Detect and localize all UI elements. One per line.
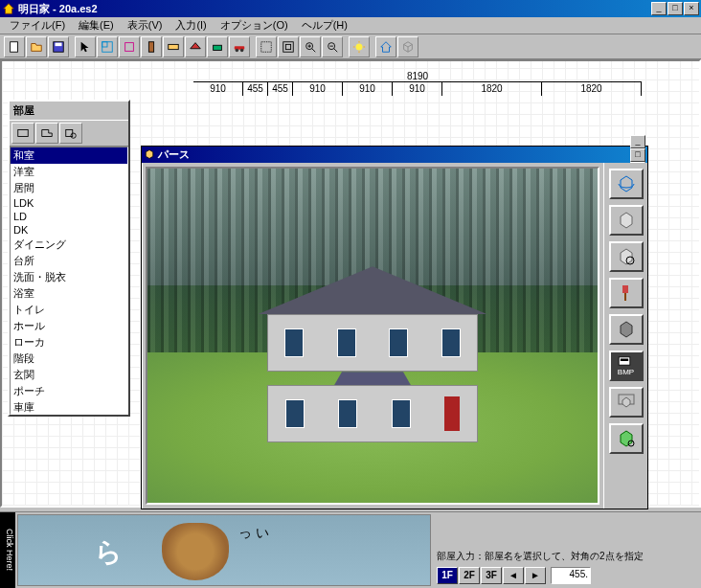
roof-tool-icon[interactable]	[185, 36, 206, 57]
svg-marker-29	[381, 41, 392, 52]
room-list-item[interactable]: 洋室	[11, 164, 127, 180]
status-info: 部屋入力：部屋名を選択して、対角の2点を指定 1F 2F 3F ◄ ► 455.	[433, 512, 701, 588]
room-inspect-tool-icon[interactable]	[59, 123, 82, 144]
furniture-tool-icon[interactable]	[207, 36, 228, 57]
main-toolbar	[0, 34, 701, 59]
perspective-minimize-button[interactable]: _	[630, 135, 645, 148]
render-icon[interactable]	[609, 423, 644, 454]
room-list-item[interactable]: トイレ	[11, 302, 127, 318]
ruler-segment: 1820	[542, 82, 642, 96]
room-list-item[interactable]: ホール	[11, 318, 127, 334]
svg-rect-1	[11, 41, 18, 52]
perspective-title: パース	[158, 147, 630, 162]
room-list-item[interactable]: 浴室	[11, 285, 127, 302]
menu-file[interactable]: ファイル(F)	[4, 16, 71, 34]
paint-icon[interactable]	[609, 278, 644, 308]
rotate-icon[interactable]	[609, 169, 644, 199]
workspace[interactable]: 8190 91045545591091091018201820 部屋 和室洋室居…	[0, 59, 701, 508]
svg-line-18	[312, 48, 316, 52]
ruler-segment: 455	[243, 82, 268, 96]
pointer-icon[interactable]	[75, 36, 96, 57]
zoom-icon[interactable]	[609, 241, 644, 272]
room-list-item[interactable]: 和室	[11, 147, 127, 164]
window-tool-icon[interactable]	[163, 36, 184, 57]
svg-rect-15	[283, 41, 294, 52]
room-poly-tool-icon[interactable]	[35, 123, 58, 144]
room-list[interactable]: 和室洋室居間LDKLDDKダイニング台所洗面・脱衣浴室トイレホールローカ階段玄関…	[10, 147, 128, 415]
zoom-fit-icon[interactable]	[256, 36, 277, 57]
perspective-titlebar[interactable]: パース _ □ ×	[142, 147, 647, 163]
menu-option[interactable]: オプション(O)	[215, 16, 294, 34]
room-list-item[interactable]: ローカ	[11, 334, 127, 351]
svg-marker-0	[4, 4, 14, 14]
room-list-item[interactable]: DK	[11, 223, 127, 237]
svg-point-13	[240, 48, 244, 52]
banner-text2: っ い	[238, 525, 269, 542]
shade-icon[interactable]	[609, 314, 644, 345]
zoom-window-icon[interactable]	[278, 36, 299, 57]
menu-help[interactable]: ヘルプ(H)	[296, 16, 353, 34]
house-floor2	[267, 314, 478, 372]
svg-marker-9	[191, 42, 201, 48]
save-bmp-button[interactable]: BMP	[609, 351, 644, 381]
room-list-item[interactable]: 車庫	[11, 399, 127, 415]
close-button[interactable]: ×	[684, 2, 699, 15]
menu-input[interactable]: 入力(I)	[170, 16, 212, 34]
house-awning	[334, 372, 411, 385]
svg-rect-34	[622, 285, 628, 293]
room-list-item[interactable]: 階段	[11, 351, 127, 367]
menu-edit[interactable]: 編集(E)	[73, 16, 120, 34]
ruler-segment: 910	[393, 82, 442, 96]
home-icon[interactable]	[375, 36, 396, 57]
svg-rect-6	[125, 42, 134, 51]
svg-line-22	[334, 48, 338, 52]
floor-3f-button[interactable]: 3F	[481, 567, 502, 584]
door-tool-icon[interactable]	[141, 36, 162, 57]
save-icon[interactable]	[48, 36, 69, 57]
ruler-segment: 910	[343, 82, 393, 96]
car-tool-icon[interactable]	[229, 36, 250, 57]
room-list-item[interactable]: ポーチ	[11, 383, 127, 399]
open-icon[interactable]	[26, 36, 47, 57]
svg-rect-31	[66, 130, 73, 137]
room-list-item[interactable]: 台所	[11, 253, 127, 269]
room-list-item[interactable]: LD	[11, 210, 127, 223]
svg-rect-10	[214, 45, 222, 50]
wireframe-icon[interactable]	[609, 387, 644, 418]
room-list-item[interactable]: ダイニング	[11, 237, 127, 253]
cube-icon	[144, 148, 155, 162]
perspective-maximize-button[interactable]: □	[630, 148, 645, 162]
pan-icon[interactable]	[609, 205, 644, 236]
wall-tool-icon[interactable]	[119, 36, 140, 57]
house-roof	[258, 266, 487, 314]
menu-view[interactable]: 表示(V)	[122, 16, 169, 34]
zoom-in-icon[interactable]	[300, 36, 321, 57]
room-list-item[interactable]: 洗面・脱衣	[11, 269, 127, 285]
value-field[interactable]: 455.	[551, 567, 591, 584]
ad-banner[interactable]: ら っ い	[17, 514, 431, 586]
room-list-item[interactable]: 玄関	[11, 367, 127, 383]
click-here-tab[interactable]: Click Here!	[0, 512, 15, 588]
perspective-viewport[interactable]	[146, 167, 599, 505]
light-icon[interactable]	[349, 36, 370, 57]
prev-button[interactable]: ◄	[503, 567, 524, 584]
minimize-button[interactable]: _	[651, 2, 667, 15]
dimension-ruler: 8190 91045545591091091018201820	[193, 71, 642, 100]
room-list-item[interactable]: LDK	[11, 196, 127, 210]
room-list-item[interactable]: 居間	[11, 180, 127, 196]
banner-character	[162, 523, 229, 580]
floor-2f-button[interactable]: 2F	[459, 567, 480, 584]
new-icon[interactable]	[4, 36, 25, 57]
room-tool-icon[interactable]	[97, 36, 118, 57]
room-rect-tool-icon[interactable]	[11, 123, 34, 144]
zoom-out-icon[interactable]	[322, 36, 343, 57]
floor-1f-button[interactable]: 1F	[437, 567, 458, 584]
ruler-segment: 1820	[442, 82, 542, 96]
next-button[interactable]: ►	[525, 567, 546, 584]
room-panel-title: 部屋	[10, 102, 128, 120]
maximize-button[interactable]: □	[667, 2, 683, 15]
room-panel-tools	[10, 120, 128, 147]
3d-icon[interactable]	[397, 36, 418, 57]
ruler-segment: 910	[193, 82, 243, 96]
svg-point-24	[356, 43, 363, 50]
